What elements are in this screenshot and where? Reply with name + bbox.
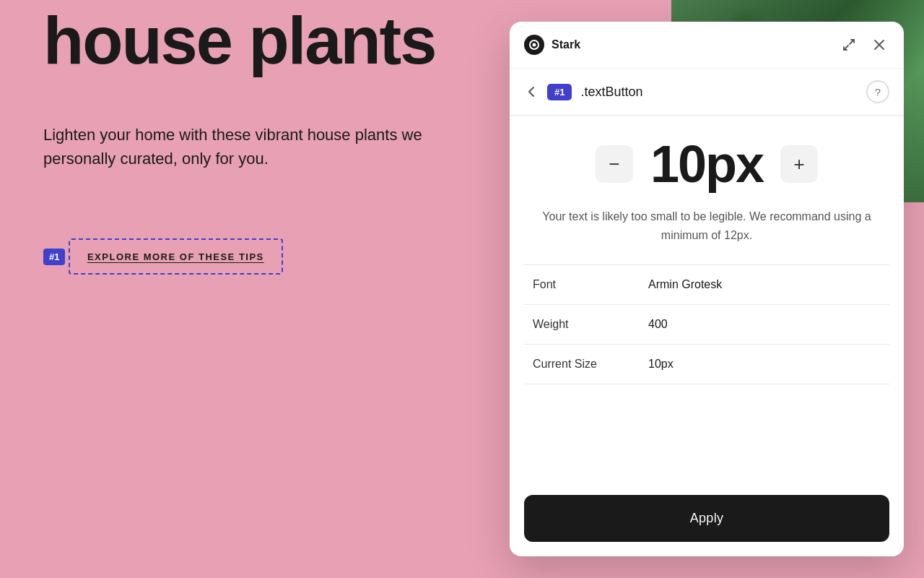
nav-badge: #1 — [547, 84, 572, 100]
cta-badge: #1 — [43, 249, 65, 265]
page-subtext: Lighten your home with these vibrant hou… — [43, 123, 426, 171]
prop-value-current-size: 10px — [648, 358, 674, 371]
panel-title: Stark — [552, 38, 839, 51]
stark-logo — [524, 35, 544, 55]
properties-table: Font Armin Grotesk Weight 400 Current Si… — [524, 264, 889, 384]
panel-body: − 10px + Your text is likely too small t… — [510, 116, 904, 556]
prop-label-current-size: Current Size — [533, 358, 648, 371]
prop-value-weight: 400 — [648, 318, 668, 331]
prop-label-weight: Weight — [533, 318, 648, 331]
panel-nav: #1 .textButton ? — [510, 69, 904, 116]
panel-header-icons — [839, 35, 889, 55]
decrement-button[interactable]: − — [596, 145, 633, 183]
help-button[interactable]: ? — [866, 80, 889, 103]
apply-button[interactable]: Apply — [524, 495, 889, 542]
page-headline: house plants — [43, 0, 435, 74]
stark-logo-inner — [529, 40, 539, 50]
apply-section: Apply — [510, 480, 904, 556]
expand-icon[interactable] — [839, 35, 859, 55]
size-control: − 10px + — [510, 116, 904, 207]
increment-button[interactable]: + — [780, 145, 818, 183]
stark-panel: Stark #1 .textButton — [510, 22, 904, 556]
nav-element-name: .textButton — [580, 85, 858, 100]
cta-area: #1 EXPLORE MORE OF THESE TIPS — [43, 238, 283, 275]
close-icon[interactable] — [869, 35, 889, 55]
back-button[interactable] — [524, 85, 539, 99]
warning-message: Your text is likely too small to be legi… — [510, 207, 904, 264]
cta-button-wrapper[interactable]: EXPLORE MORE OF THESE TIPS — [69, 238, 283, 275]
prop-row-font: Font Armin Grotesk — [524, 265, 889, 305]
prop-row-current-size: Current Size 10px — [524, 345, 889, 384]
prop-label-font: Font — [533, 278, 648, 291]
size-value-display: 10px — [650, 138, 763, 190]
cta-button-text: EXPLORE MORE OF THESE TIPS — [87, 251, 264, 262]
prop-row-weight: Weight 400 — [524, 305, 889, 345]
prop-value-font: Armin Grotesk — [648, 278, 722, 291]
panel-header: Stark — [510, 22, 904, 69]
